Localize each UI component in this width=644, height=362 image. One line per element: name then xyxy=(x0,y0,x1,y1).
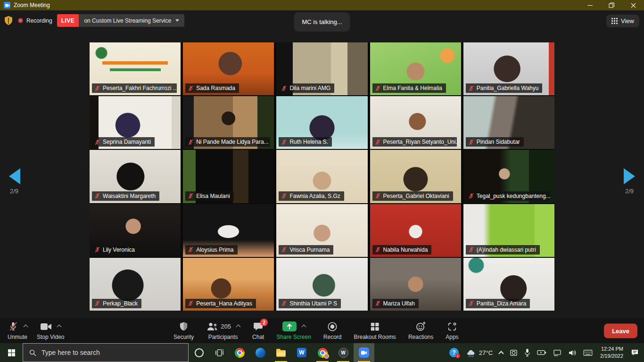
participant-tile[interactable]: Vrisca Purnama xyxy=(276,204,367,257)
participant-tile[interactable]: Pindan Sidabutar xyxy=(463,96,554,149)
participant-tile[interactable]: Peserta_Riyan Setyanto_Uni... xyxy=(370,96,461,149)
live-badge: LIVE xyxy=(57,14,79,27)
participant-tile[interactable]: Elma Fanita & Helmalia xyxy=(370,42,461,95)
participant-tile[interactable]: Sada Rasmada xyxy=(183,42,274,95)
share-screen-button[interactable]: Share Screen xyxy=(276,321,311,340)
participant-name: Shinthia Utami P S xyxy=(289,300,337,307)
tray-battery[interactable] xyxy=(534,343,550,362)
participant-name: Perkap_Black xyxy=(103,300,138,307)
stop-video-menu-chevron[interactable] xyxy=(57,325,62,329)
participant-nameplate: Perkap_Black xyxy=(92,299,141,308)
participant-tile[interactable]: Panitia_Diza Amara xyxy=(463,258,554,311)
taskbar-app-edge[interactable] xyxy=(250,343,271,362)
record-icon xyxy=(327,321,338,332)
close-button[interactable] xyxy=(622,0,644,10)
view-button[interactable]: View xyxy=(606,15,639,27)
apps-button[interactable]: Apps xyxy=(446,321,458,340)
participant-tile[interactable]: Lily Veronica xyxy=(90,204,181,257)
participant-nameplate: Aloysius Prima xyxy=(185,245,237,255)
muted-mic-icon xyxy=(94,247,100,253)
stop-video-button[interactable]: Stop Video xyxy=(37,321,65,340)
tray-microphone[interactable] xyxy=(521,343,534,362)
battery-charging-icon xyxy=(537,350,546,355)
participant-tile[interactable]: Peserta_Fakhri Fachrurrozi ... xyxy=(90,42,181,95)
unmute-button[interactable]: Unmute xyxy=(8,321,27,340)
participant-tile[interactable]: Mariza Ulfah xyxy=(370,258,461,311)
profile-avatar xyxy=(324,354,329,359)
tray-virtual-camera[interactable] xyxy=(506,343,521,362)
participant-nameplate: Elisa Maulani xyxy=(185,191,233,201)
tray-volume[interactable] xyxy=(565,343,580,362)
participant-tile[interactable]: Ni Pande Made Lidya Para... xyxy=(183,96,274,149)
unmute-menu-chevron[interactable] xyxy=(23,325,28,329)
participant-name: Sada Rasmada xyxy=(196,85,235,91)
participant-nameplate: Panitia_Gabriella Wahyu xyxy=(466,83,543,93)
task-view-button[interactable] xyxy=(209,343,229,362)
breakout-rooms-button[interactable]: Breakout Rooms xyxy=(354,321,396,340)
muted-mic-icon xyxy=(188,247,194,253)
muted-mic-icon xyxy=(188,193,194,199)
participants-menu-chevron[interactable] xyxy=(236,325,241,329)
participants-label: Participants xyxy=(208,334,238,340)
stop-video-label: Stop Video xyxy=(37,334,65,340)
window-title: Zoom Meeting xyxy=(14,2,50,8)
taskbar-app-chrome-profile[interactable] xyxy=(312,343,333,362)
chat-button[interactable]: 2 Chat xyxy=(252,321,264,340)
participant-tile[interactable]: Seprina Damayanti xyxy=(90,96,181,149)
participant-tile[interactable]: Perkap_Black xyxy=(90,258,181,311)
taskbar-app-file-explorer[interactable] xyxy=(271,343,291,362)
share-screen-icon xyxy=(282,321,297,331)
participant-tile[interactable]: Ruth Helena S. xyxy=(276,96,367,149)
action-center-button[interactable] xyxy=(627,343,644,362)
next-page-arrow[interactable] xyxy=(624,168,635,184)
participant-tile[interactable]: Nabila Nurwahida xyxy=(370,204,461,257)
cortana-button[interactable] xyxy=(189,343,209,362)
zoom-app-icon xyxy=(4,2,10,8)
help-tray-button[interactable]: ?! xyxy=(446,343,462,362)
participant-tile[interactable]: Panitia_Gabriella Wahyu xyxy=(463,42,554,95)
reactions-button[interactable]: Reactions xyxy=(408,321,433,340)
reactions-smiley-icon xyxy=(415,321,426,332)
taskbar-app-chrome[interactable] xyxy=(229,343,250,362)
taskbar-search-input[interactable]: Type here to search xyxy=(23,343,189,362)
restore-button[interactable] xyxy=(601,0,622,10)
start-button[interactable] xyxy=(0,343,23,362)
search-icon xyxy=(29,349,36,356)
participants-button[interactable]: 205 Participants xyxy=(206,321,240,340)
participant-tile[interactable]: (A)Indah dwiassari putri xyxy=(463,204,554,257)
participant-tile[interactable]: Tegal_pusk kedungbanteng... xyxy=(463,150,554,203)
muted-mic-icon xyxy=(468,193,474,199)
taskbar-app-wondershare[interactable]: W xyxy=(333,343,354,362)
meeting-info-shield-icon[interactable] xyxy=(4,16,13,26)
taskbar-clock[interactable]: 12:24 PM 2/19/2022 xyxy=(596,346,627,360)
tray-network[interactable] xyxy=(550,343,565,362)
taskbar-app-word[interactable]: W xyxy=(291,343,312,362)
record-label: Record xyxy=(323,334,342,340)
chat-unread-badge: 2 xyxy=(260,319,268,326)
leave-button[interactable]: Leave xyxy=(604,323,637,338)
show-hidden-icons-button[interactable] xyxy=(496,343,506,362)
record-button[interactable]: Record xyxy=(323,321,342,340)
security-button[interactable]: Security xyxy=(173,321,194,340)
participant-tile[interactable]: Aloysius Prima xyxy=(183,204,274,257)
participant-tile[interactable]: Peserta_Hana Adityas xyxy=(183,258,274,311)
participant-tile[interactable]: Elisa Maulani xyxy=(183,150,274,203)
gallery-grid-icon xyxy=(611,18,618,24)
weather-widget[interactable]: 27°C xyxy=(462,343,496,362)
participant-tile[interactable]: Fawnia Azalia, S.Gz xyxy=(276,150,367,203)
taskbar-app-zoom-active[interactable] xyxy=(354,343,374,362)
stream-service-dropdown[interactable]: on Custom Live Streaming Service xyxy=(79,14,184,27)
participant-tile[interactable]: Peserta_Gabriel Oktaviani xyxy=(370,150,461,203)
muted-mic-icon xyxy=(188,300,194,306)
participant-tile[interactable]: Shinthia Utami P S xyxy=(276,258,367,311)
chrome-icon xyxy=(235,348,245,358)
task-view-icon xyxy=(215,349,224,357)
share-screen-menu-chevron[interactable] xyxy=(301,325,306,329)
participant-tile[interactable]: Dila marini AMG xyxy=(276,42,367,95)
recording-indicator[interactable]: Recording xyxy=(18,17,52,24)
tray-touch-keyboard[interactable] xyxy=(580,343,596,362)
participant-tile[interactable]: Waisaktini Margareth xyxy=(90,150,181,203)
live-stream-control[interactable]: LIVE on Custom Live Streaming Service xyxy=(57,14,184,27)
minimize-button[interactable] xyxy=(579,0,601,10)
previous-page-arrow[interactable] xyxy=(9,168,20,184)
